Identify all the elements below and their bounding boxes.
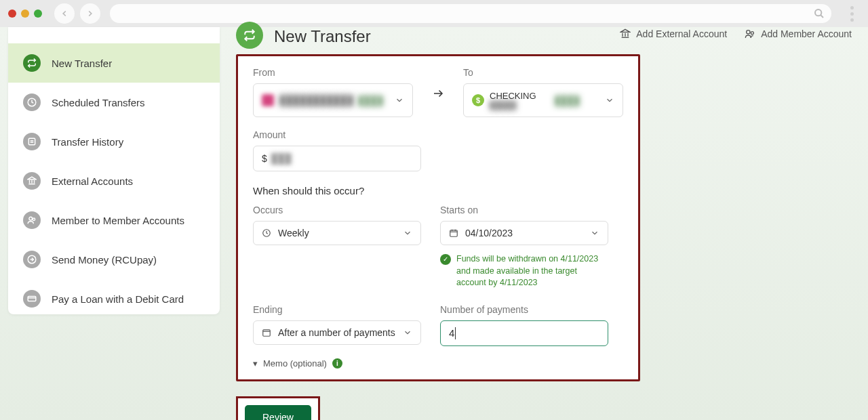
close-window-button[interactable]	[8, 9, 16, 18]
window-controls	[8, 9, 42, 18]
page-header: New Transfer Add External Account Add Me…	[236, 23, 852, 27]
swap-icon	[236, 22, 263, 27]
svg-point-0	[815, 9, 821, 16]
maximize-window-button[interactable]	[34, 9, 42, 18]
minimize-window-button[interactable]	[21, 9, 29, 18]
browser-menu-button[interactable]	[844, 6, 860, 22]
forward-button[interactable]	[80, 3, 100, 24]
search-icon	[814, 8, 825, 19]
back-button[interactable]	[54, 3, 75, 24]
url-bar[interactable]	[110, 4, 831, 23]
svg-line-1	[821, 15, 823, 18]
